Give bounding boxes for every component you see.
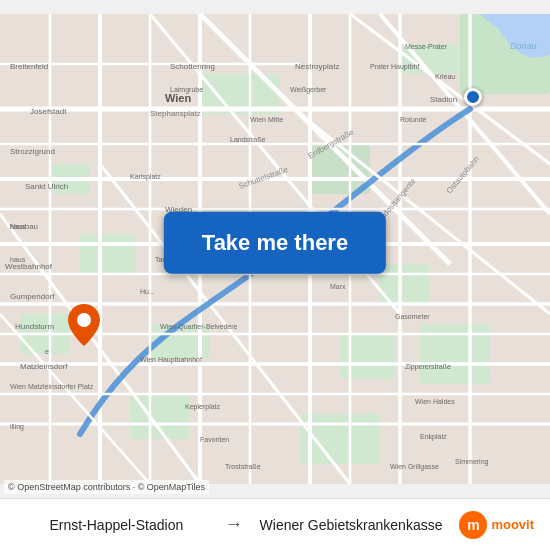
svg-text:Wien Haldes: Wien Haldes [415,398,455,405]
svg-text:Simmering: Simmering [455,458,489,466]
svg-text:Rotunde: Rotunde [400,116,427,123]
svg-text:Stephansplatz: Stephansplatz [150,109,201,118]
svg-text:e: e [45,348,49,355]
svg-text:Krleau: Krleau [435,73,455,80]
svg-text:Landstraße: Landstraße [230,136,266,143]
svg-text:Gasometer: Gasometer [395,313,430,320]
svg-text:illing: illing [10,423,24,431]
origin-marker [464,88,482,106]
route-to-label: Wiener Gebietskrankenkasse [251,517,452,533]
svg-text:Hundsturm: Hundsturm [15,322,54,331]
svg-text:Zippererstraße: Zippererstraße [405,363,451,371]
svg-text:Matzleinsdorf: Matzleinsdorf [20,362,68,371]
svg-text:Wien Grillgasse: Wien Grillgasse [390,463,439,471]
svg-text:Marx: Marx [330,283,346,290]
svg-text:Sankt Ulrich: Sankt Ulrich [25,182,68,191]
svg-text:Nestroyplatz: Nestroyplatz [295,62,339,71]
svg-text:Breitenfeld: Breitenfeld [10,62,48,71]
svg-rect-7 [340,334,395,379]
svg-text:haus: haus [10,223,26,230]
svg-text:Enkplatz: Enkplatz [420,433,447,441]
svg-text:Prater Hauptbhf: Prater Hauptbhf [370,63,419,71]
svg-text:Keplerplatz: Keplerplatz [185,403,221,411]
svg-text:Stadion: Stadion [430,95,457,104]
moovit-icon: m [459,511,487,539]
svg-text:Troststraße: Troststraße [225,463,261,470]
main-container: Donau [0,0,550,550]
destination-marker [68,304,100,350]
svg-text:Hu...: Hu... [140,288,155,295]
svg-text:Wien-Quartier-Belvedere: Wien-Quartier-Belvedere [160,323,238,331]
svg-rect-9 [80,234,135,274]
route-from-label: Ernst-Happel-Stadion [16,517,217,533]
svg-text:Donau: Donau [510,41,537,51]
svg-text:Messe-Prater: Messe-Prater [405,43,448,50]
svg-text:Laimgrube: Laimgrube [170,86,203,94]
svg-point-91 [77,313,91,327]
svg-text:Gumpendorf: Gumpendorf [10,292,55,301]
svg-text:Weißgerber: Weißgerber [290,86,327,94]
bottom-bar: Ernst-Happel-Stadion → Wiener Gebietskra… [0,498,550,550]
svg-text:Wien: Wien [165,92,191,104]
svg-text:Wien Hauptbahnhof: Wien Hauptbahnhof [140,356,202,364]
svg-text:Wien Matzleinsdorfer Platz: Wien Matzleinsdorfer Platz [10,383,94,390]
map-attribution: © OpenStreetMap contributors · © OpenMap… [4,480,209,494]
svg-text:Strozzigrund: Strozzigrund [10,147,55,156]
route-arrow-icon: → [217,514,251,535]
svg-text:Favoriten: Favoriten [200,436,229,443]
svg-text:haus: haus [10,256,26,263]
svg-text:Karlsplatz: Karlsplatz [130,173,161,181]
map-area: Donau [0,0,550,498]
svg-text:Wien Mitte: Wien Mitte [250,116,283,123]
svg-text:Josefstadt: Josefstadt [30,107,67,116]
moovit-logo: m moovit [459,511,534,539]
moovit-brand-text: moovit [491,517,534,532]
svg-text:Westbahnhof: Westbahnhof [5,262,53,271]
take-me-there-button[interactable]: Take me there [164,212,386,274]
svg-text:Schottenring: Schottenring [170,62,215,71]
